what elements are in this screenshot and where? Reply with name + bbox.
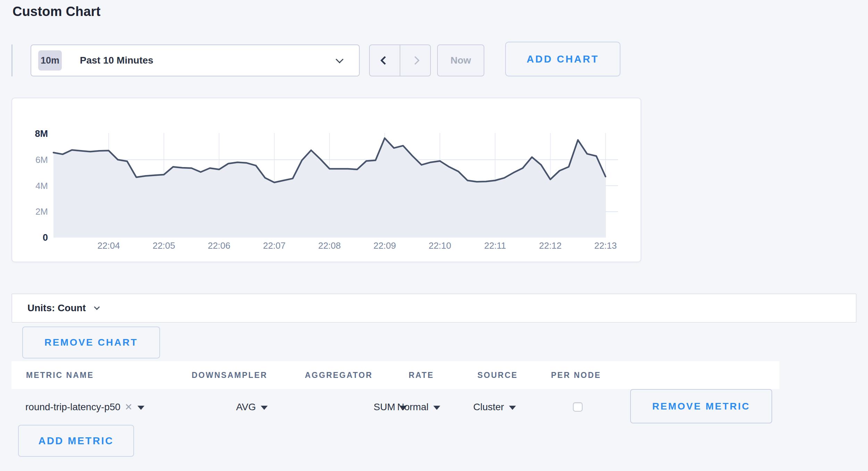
- units-dropdown[interactable]: Units: Count: [11, 294, 857, 323]
- remove-metric-tag-icon[interactable]: ✕: [125, 402, 133, 413]
- column-header-aggregator: AGGREGATOR: [305, 371, 373, 380]
- svg-text:2M: 2M: [35, 206, 48, 217]
- chevron-left-icon: [380, 56, 389, 65]
- metric-name-dropdown[interactable]: round-trip-latency-p50 ✕: [25, 402, 144, 413]
- column-header-source: SOURCE: [477, 371, 518, 380]
- rate-value: Normal: [397, 402, 428, 413]
- now-button[interactable]: Now: [437, 44, 484, 76]
- svg-text:22:13: 22:13: [594, 240, 617, 251]
- next-time-button[interactable]: [400, 45, 430, 76]
- caret-down-icon: [509, 406, 516, 410]
- chevron-down-icon: [94, 304, 100, 310]
- add-metric-button[interactable]: ADD METRIC: [18, 425, 134, 457]
- source-value: Cluster: [473, 402, 504, 413]
- downsampler-dropdown[interactable]: AVG: [236, 402, 268, 413]
- svg-text:22:10: 22:10: [428, 240, 451, 251]
- downsampler-value: AVG: [236, 402, 256, 413]
- caret-down-icon: [433, 406, 440, 410]
- source-dropdown[interactable]: Cluster: [473, 402, 516, 413]
- remove-metric-button[interactable]: REMOVE METRIC: [630, 389, 772, 423]
- svg-text:0: 0: [43, 232, 48, 243]
- chevron-down-icon: [336, 56, 344, 64]
- svg-text:22:07: 22:07: [263, 240, 285, 251]
- svg-text:22:04: 22:04: [97, 240, 120, 251]
- time-pager: [369, 44, 431, 76]
- add-chart-button[interactable]: ADD CHART: [505, 42, 620, 76]
- metrics-table-header: METRIC NAME DOWNSAMPLER AGGREGATOR RATE …: [11, 361, 779, 389]
- column-header-rate: RATE: [409, 371, 434, 380]
- svg-text:22:09: 22:09: [373, 240, 396, 251]
- time-range-label: Past 10 Minutes: [80, 55, 153, 66]
- toolbar-left-rule: [11, 44, 12, 76]
- timeseries-area-chart[interactable]: 02M4M6M8M22:0422:0522:0622:0722:0822:092…: [12, 98, 641, 262]
- per-node-checkbox[interactable]: [573, 402, 583, 412]
- prev-time-button[interactable]: [370, 45, 400, 76]
- svg-text:8M: 8M: [35, 129, 48, 139]
- time-range-dropdown[interactable]: 10m Past 10 Minutes: [31, 44, 360, 76]
- chart-card: 02M4M6M8M22:0422:0522:0622:0722:0822:092…: [11, 98, 641, 262]
- column-header-metric-name: METRIC NAME: [26, 371, 94, 380]
- svg-text:22:08: 22:08: [318, 240, 341, 251]
- metric-name-value: round-trip-latency-p50: [25, 402, 120, 413]
- caret-down-icon: [137, 406, 144, 410]
- rate-dropdown[interactable]: Normal: [397, 402, 440, 413]
- column-header-downsampler: DOWNSAMPLER: [192, 371, 267, 380]
- chevron-right-icon: [411, 56, 419, 65]
- svg-text:22:12: 22:12: [539, 240, 561, 251]
- metric-row: round-trip-latency-p50 ✕ AVG SUM Normal …: [11, 389, 857, 425]
- svg-text:22:05: 22:05: [152, 240, 175, 251]
- column-header-per-node: PER NODE: [551, 371, 601, 380]
- units-label: Units: Count: [27, 303, 86, 314]
- custom-chart-page: Custom Chart 10m Past 10 Minutes Now ADD…: [0, 0, 868, 471]
- svg-text:4M: 4M: [35, 181, 48, 191]
- svg-text:6M: 6M: [35, 155, 48, 165]
- svg-text:22:11: 22:11: [484, 240, 506, 251]
- remove-chart-button[interactable]: REMOVE CHART: [22, 327, 160, 358]
- aggregator-value: SUM: [374, 402, 395, 413]
- svg-text:22:06: 22:06: [208, 240, 230, 251]
- time-range-badge: 10m: [38, 50, 62, 71]
- page-title: Custom Chart: [12, 4, 101, 19]
- caret-down-icon: [261, 406, 268, 410]
